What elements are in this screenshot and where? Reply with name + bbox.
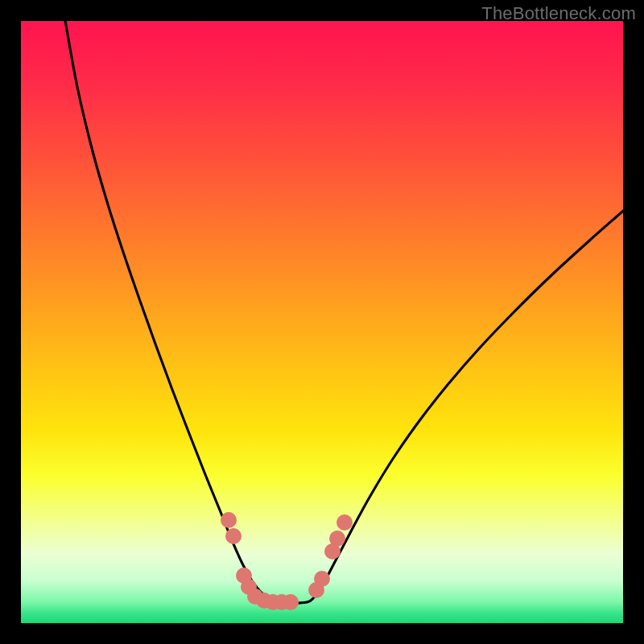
hotspot-dot bbox=[225, 528, 242, 544]
curve-layer bbox=[21, 21, 623, 623]
watermark-text: TheBottleneck.com bbox=[481, 3, 636, 24]
hotspot-dot bbox=[336, 514, 353, 530]
right-branch-curve bbox=[299, 211, 623, 603]
right-hotspots bbox=[308, 514, 353, 598]
hotspot-dot bbox=[314, 571, 330, 587]
plot-area bbox=[21, 21, 623, 623]
left-branch-curve bbox=[65, 21, 299, 603]
hotspot-dot bbox=[221, 512, 237, 528]
outer-frame: TheBottleneck.com bbox=[0, 0, 644, 644]
hotspot-dot bbox=[329, 530, 345, 547]
left-hotspots bbox=[221, 512, 299, 610]
hotspot-dot bbox=[283, 594, 299, 610]
